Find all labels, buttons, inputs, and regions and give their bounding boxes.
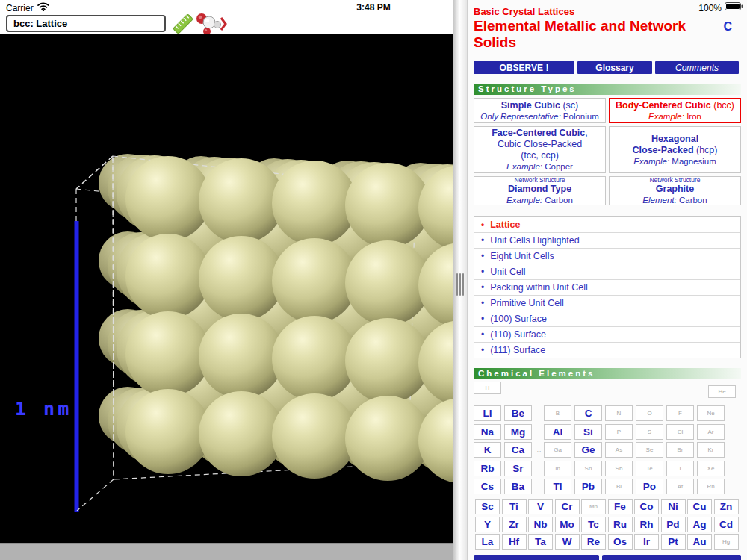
element-Mg[interactable]: Mg xyxy=(504,424,532,440)
view-option-primitive-unit-cell[interactable]: •Primitive Unit Cell xyxy=(474,295,740,311)
bottom-bar-row xyxy=(474,555,741,560)
element-Rb[interactable]: Rb xyxy=(474,461,501,476)
element-Au[interactable]: Au xyxy=(687,534,712,550)
element-Mn: Mn xyxy=(581,499,606,514)
element-Sr[interactable]: Sr xyxy=(504,461,532,476)
element-V[interactable]: V xyxy=(528,499,553,514)
element-W[interactable]: W xyxy=(555,534,580,550)
element-Be[interactable]: Be xyxy=(504,405,532,421)
element-Zn[interactable]: Zn xyxy=(714,499,739,514)
element-As: As xyxy=(605,442,633,458)
view-option-label: Primitive Unit Cell xyxy=(490,298,564,308)
observe-button[interactable]: OBSERVE ! xyxy=(474,61,574,74)
bottom-bar-left[interactable] xyxy=(474,555,599,560)
element-Ta[interactable]: Ta xyxy=(528,534,553,550)
element-S: S xyxy=(636,424,663,440)
element-Os[interactable]: Os xyxy=(608,534,633,550)
view-option-label: Packing within Unit Cell xyxy=(490,282,588,293)
element-Ru[interactable]: Ru xyxy=(608,517,633,532)
view-option-unit-cell[interactable]: •Unit Cell xyxy=(474,264,740,279)
comments-button[interactable]: Comments xyxy=(655,61,739,74)
element-Y[interactable]: Y xyxy=(475,517,500,532)
element-Cs[interactable]: Cs xyxy=(474,479,501,494)
viewer-toolbar xyxy=(0,14,453,34)
element-Pt[interactable]: Pt xyxy=(661,534,686,550)
element-Ti[interactable]: Ti xyxy=(502,499,527,514)
bullet-icon: • xyxy=(481,235,484,246)
element-Rh[interactable]: Rh xyxy=(634,517,659,532)
divider-drag-handle[interactable] xyxy=(456,273,465,296)
element-Fe[interactable]: Fe xyxy=(608,499,633,514)
structure-type-name: Body-Centered Cubic (bcc) xyxy=(610,100,740,111)
element-Br: Br xyxy=(666,442,694,458)
element-Tl[interactable]: Tl xyxy=(544,479,571,494)
element-Ni[interactable]: Ni xyxy=(661,499,686,514)
pane-divider xyxy=(453,0,467,560)
element-K[interactable]: K xyxy=(474,442,501,458)
element-La[interactable]: La xyxy=(475,534,500,550)
element-Cl: Cl xyxy=(666,424,694,440)
element-Ca[interactable]: Ca xyxy=(504,442,532,458)
element-Po[interactable]: Po xyxy=(636,479,663,494)
structure-type-hexagonal[interactable]: HexagonalClose-Packed (hcp)Example: Magn… xyxy=(609,126,741,173)
structure-type-face-centered-cubic[interactable]: Face-Centered Cubic,Cubic Close-Packed(f… xyxy=(474,126,606,173)
glossary-button[interactable]: Glossary xyxy=(577,61,652,74)
element-I: I xyxy=(666,461,694,476)
structure-type-diamond-type[interactable]: Network StructureDiamond TypeExample: Ca… xyxy=(474,176,606,205)
chemical-elements-header: Chemical Elements xyxy=(474,368,741,379)
bullet-icon: • xyxy=(481,329,484,340)
model-title-input[interactable] xyxy=(6,15,166,32)
element-Li[interactable]: Li xyxy=(474,405,501,421)
battery-icon xyxy=(725,2,743,13)
molecule-viewport-canvas[interactable]: 1 nm xyxy=(0,34,453,543)
element-Ge[interactable]: Ge xyxy=(574,442,602,458)
element-Sc[interactable]: Sc xyxy=(475,499,500,514)
view-option-lattice[interactable]: •Lattice xyxy=(474,217,740,232)
element-Cr[interactable]: Cr xyxy=(555,499,580,514)
measure-ruler-button[interactable] xyxy=(172,14,194,37)
element-Na[interactable]: Na xyxy=(474,424,501,440)
view-option-packing-within-unit-cell[interactable]: •Packing within Unit Cell xyxy=(474,279,740,295)
view-option-100-surface[interactable]: •(100) Surface xyxy=(474,311,740,326)
view-option-unit-cells-highlighted[interactable]: •Unit Cells Highlighted xyxy=(474,232,740,248)
element-Ga: Ga xyxy=(544,442,571,458)
structure-type-name: Close-Packed (hcp) xyxy=(610,145,740,156)
element-Mo[interactable]: Mo xyxy=(555,517,580,532)
element-Co[interactable]: Co xyxy=(634,499,659,514)
element-Hf[interactable]: Hf xyxy=(502,534,527,550)
view-option-110-surface[interactable]: •(110) Surface xyxy=(474,326,740,342)
view-option-label: Eight Unit Cells xyxy=(490,251,554,261)
structure-type-name: (fcc, ccp) xyxy=(474,150,605,161)
network-structure-tag: Network Structure xyxy=(474,176,605,184)
action-button-row: OBSERVE !GlossaryComments xyxy=(474,61,741,74)
element-Cu[interactable]: Cu xyxy=(687,499,712,514)
next-structure-button[interactable] xyxy=(195,14,228,37)
element-Ba[interactable]: Ba xyxy=(504,479,532,494)
element-Al[interactable]: Al xyxy=(544,424,571,440)
structure-type-graphite[interactable]: Network StructureGraphiteElement: Carbon xyxy=(609,176,741,205)
element-Nb[interactable]: Nb xyxy=(528,517,553,532)
view-option-111-surface[interactable]: •(111) Surface xyxy=(474,342,740,358)
structure-type-example: Example: Carbon xyxy=(474,195,605,205)
bottom-bar-right[interactable] xyxy=(602,555,741,560)
element-Si[interactable]: Si xyxy=(574,424,602,440)
element-Ir[interactable]: Ir xyxy=(634,534,659,550)
reload-icon[interactable]: C xyxy=(723,20,732,34)
element-Re[interactable]: Re xyxy=(581,534,606,550)
periodic-main-row-6: CsBa..TlPbBiPoAtRn xyxy=(474,479,741,494)
element-Pd[interactable]: Pd xyxy=(661,517,686,532)
clock: 3:48 PM xyxy=(0,2,747,13)
element-Ag[interactable]: Ag xyxy=(687,517,712,532)
element-Ar: Ar xyxy=(697,424,725,440)
structure-type-simple-cubic-sc[interactable]: Simple Cubic (sc)Only Representative: Po… xyxy=(474,98,606,123)
periodic-main-row-2: LiBeBCNOFNe xyxy=(474,405,741,421)
element-Cd[interactable]: Cd xyxy=(714,517,739,532)
structure-type-body-centered-cubic-bcc[interactable]: Body-Centered Cubic (bcc)Example: Iron xyxy=(609,98,741,123)
element-Zr[interactable]: Zr xyxy=(502,517,527,532)
viewer-bottom-strip xyxy=(0,543,453,560)
view-option-eight-unit-cells[interactable]: •Eight Unit Cells xyxy=(474,248,740,264)
element-C[interactable]: C xyxy=(574,405,602,421)
element-Pb[interactable]: Pb xyxy=(574,479,602,494)
element-Sb: Sb xyxy=(605,461,633,476)
element-Tc[interactable]: Tc xyxy=(581,517,606,532)
